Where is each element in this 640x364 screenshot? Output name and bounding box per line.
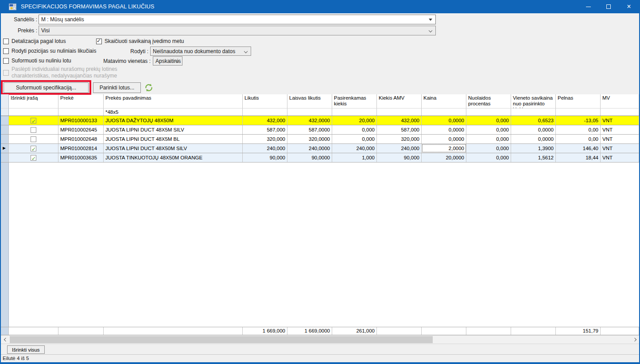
cell-pavadinimas[interactable]: JUOSTA LIPNI DUCT 48X5M SILV: [104, 125, 243, 134]
cell-nuolaidos[interactable]: 0,000: [466, 125, 511, 134]
scroll-left-button[interactable]: [1, 336, 9, 344]
header-nuolaidos[interactable]: Nuolaidos procentas: [466, 94, 511, 108]
cell-pelnas[interactable]: -13,05: [556, 116, 601, 125]
row-checkbox[interactable]: [31, 136, 36, 142]
cell-nuolaidos[interactable]: 0,000: [466, 116, 511, 125]
header-laisvas[interactable]: Laisvas likutis: [287, 94, 332, 108]
cell-preke[interactable]: MPR010000133: [58, 116, 104, 125]
cell-laisvas[interactable]: 90,0000: [287, 153, 332, 162]
filter-preke[interactable]: [58, 108, 104, 116]
cell-pavadinimas[interactable]: JUOSTA LIPNI DUCT 48X5M BL: [104, 135, 243, 143]
cell-kaina[interactable]: 20,0000: [422, 153, 466, 162]
cell-preke[interactable]: MPR010002814: [58, 144, 104, 153]
cell-preke[interactable]: MPR010002645: [58, 125, 104, 134]
cell-pelnas[interactable]: 18,44: [556, 153, 601, 162]
matavimo-combo[interactable]: Apskaitinis: [153, 56, 182, 66]
suformuoti-nuliniu-checkbox[interactable]: [3, 58, 9, 64]
cell-mv[interactable]: VNT: [601, 135, 639, 143]
detalizacija-checkbox[interactable]: [3, 39, 9, 44]
select-all-button[interactable]: Išrinkti visus: [7, 345, 45, 354]
filter-savikaina[interactable]: [511, 108, 556, 116]
maximize-button[interactable]: [598, 0, 619, 13]
cell-laisvas[interactable]: 587,0000: [287, 125, 332, 134]
cell-likutis[interactable]: 320,000: [243, 135, 287, 143]
filter-nuolaidos[interactable]: [466, 108, 511, 116]
header-pasirenkamas[interactable]: Pasirenkamas kiekis: [332, 94, 377, 108]
cell-pelnas[interactable]: 0,00: [556, 125, 601, 134]
cell-kaina[interactable]: 0,0000: [422, 125, 466, 134]
sandelis-combo[interactable]: M : Mūsų sandėlis: [39, 15, 436, 24]
cell-savikaina[interactable]: 1,5612: [511, 153, 556, 162]
scroll-right-button[interactable]: [631, 336, 639, 344]
table-row[interactable]: MPR010002645 JUOSTA LIPNI DUCT 48X5M SIL…: [1, 125, 639, 135]
row-checkbox[interactable]: [31, 155, 36, 161]
header-likutis[interactable]: Likutis: [243, 94, 287, 108]
header-savikaina[interactable]: Vieneto savikaina nuo pasirinkto kieki: [511, 94, 556, 108]
cell-savikaina[interactable]: 0,6523: [511, 116, 556, 125]
cell-likutis[interactable]: 240,000: [243, 144, 287, 153]
filter-laisvas[interactable]: [287, 108, 332, 116]
prekes-combo[interactable]: Visi: [39, 26, 436, 35]
detalizacija-checkbox-row[interactable]: Detalizacija pagal lotus: [3, 38, 66, 45]
cell-kiekis-amv[interactable]: 240,000: [377, 144, 422, 153]
cell-kiekis-amv[interactable]: 320,000: [377, 135, 422, 143]
cell-savikaina[interactable]: 0,0000: [511, 125, 556, 134]
row-select-cell[interactable]: [9, 153, 58, 162]
cell-likutis[interactable]: 432,000: [243, 116, 287, 125]
cell-pasirenkamas[interactable]: 20,000: [332, 116, 377, 125]
cell-pasirenkamas[interactable]: 240,000: [332, 144, 377, 153]
suformuoti-nuliniu-checkbox-row[interactable]: Suformuoti su nuliniu lotu: [3, 58, 71, 64]
filter-kiekis-amv[interactable]: [377, 108, 422, 116]
filter-pelnas[interactable]: [556, 108, 601, 116]
cell-pasirenkamas[interactable]: 0,000: [332, 135, 377, 143]
cell-pasirenkamas[interactable]: 1,000: [332, 153, 377, 162]
table-row[interactable]: MPR010002648 JUOSTA LIPNI DUCT 48X5M BL …: [1, 135, 639, 144]
table-row[interactable]: MPR010000133 JUOSTA DAŽYTOJŲ 48X50M 432,…: [1, 116, 639, 125]
cell-kiekis-amv[interactable]: 432,000: [377, 116, 422, 125]
header-kaina[interactable]: Kaina: [422, 94, 466, 108]
cell-mv[interactable]: VNT: [601, 144, 639, 153]
header-pelnas[interactable]: Pelnas: [556, 94, 601, 108]
rodyti-pozicijas-checkbox-row[interactable]: Rodyti pozicijas su nuliniais likučiais: [3, 48, 96, 54]
filter-mv[interactable]: [601, 108, 639, 116]
cell-likutis[interactable]: 90,000: [243, 153, 287, 162]
filter-likutis[interactable]: [243, 108, 287, 116]
cell-laisvas[interactable]: 432,0000: [287, 116, 332, 125]
refresh-icon[interactable]: [144, 83, 154, 93]
parinkti-lotus-button[interactable]: Parinkti lotus...: [93, 82, 141, 93]
filter-isrinkti[interactable]: [9, 108, 58, 116]
cell-kiekis-amv[interactable]: 90,000: [377, 153, 422, 162]
table-row-current[interactable]: ► MPR010002814 JUOSTA LIPNI DUCT 48X50M …: [1, 144, 639, 153]
cell-pelnas[interactable]: 0,00: [556, 135, 601, 143]
cell-nuolaidos[interactable]: 0,000: [466, 135, 511, 143]
cell-kiekis-amv[interactable]: 587,000: [377, 125, 422, 134]
minimize-button[interactable]: [578, 0, 598, 13]
rodyti-pozicijas-checkbox[interactable]: [3, 48, 9, 54]
cell-laisvas[interactable]: 320,0000: [287, 135, 332, 143]
row-select-cell[interactable]: [9, 135, 58, 143]
cell-savikaina[interactable]: 1,3900: [511, 144, 556, 153]
cell-mv[interactable]: VNT: [601, 125, 639, 134]
cell-nuolaidos[interactable]: 0,000: [466, 144, 511, 153]
rodyti-combo[interactable]: Neišnaudota nuo dokumento datos: [150, 46, 251, 56]
skaiciuoti-checkbox-row[interactable]: Skaičiuoti savikainą įvedimo metu: [96, 38, 184, 45]
row-select-cell[interactable]: [9, 125, 58, 134]
filter-pavadinimas[interactable]: *48x5: [104, 108, 243, 116]
horizontal-scrollbar[interactable]: [1, 335, 639, 344]
cell-preke[interactable]: MPR010003635: [58, 153, 104, 162]
row-select-cell[interactable]: [9, 116, 58, 125]
cell-mv[interactable]: VNT: [601, 153, 639, 162]
row-select-cell[interactable]: [9, 144, 58, 153]
cell-savikaina[interactable]: 0,0000: [511, 135, 556, 143]
cell-laisvas[interactable]: 240,0000: [287, 144, 332, 153]
cell-pavadinimas[interactable]: JUOSTA LIPNI DUCT 48X50M SILV: [104, 144, 243, 153]
cell-preke[interactable]: MPR010002648: [58, 135, 104, 143]
cell-pavadinimas[interactable]: JUOSTA TINKUOTOJŲ 48X50M ORANGE: [104, 153, 243, 162]
filter-pasirenkamas[interactable]: [332, 108, 377, 116]
row-checkbox[interactable]: [31, 127, 36, 133]
header-preke[interactable]: Prekė: [58, 94, 104, 108]
skaiciuoti-checkbox[interactable]: [96, 39, 102, 44]
cell-pavadinimas[interactable]: JUOSTA DAŽYTOJŲ 48X50M: [104, 116, 243, 125]
cell-pasirenkamas[interactable]: 0,000: [332, 125, 377, 134]
close-button[interactable]: ×: [619, 0, 639, 13]
